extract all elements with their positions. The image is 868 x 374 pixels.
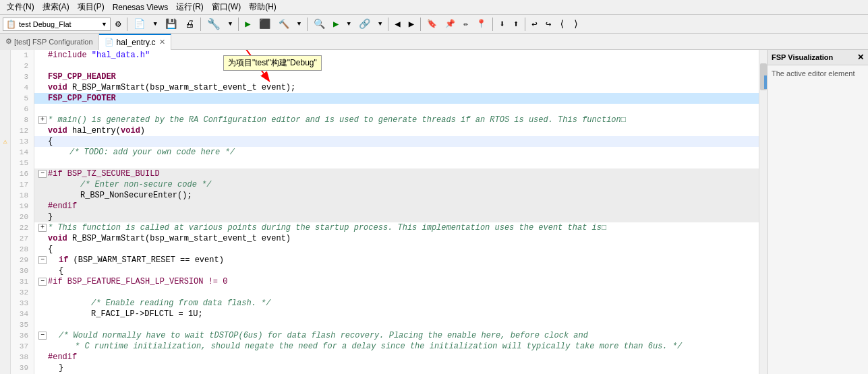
- build-icon[interactable]: 🔨: [275, 17, 293, 32]
- up-arrow-icon[interactable]: ⬆: [510, 16, 522, 32]
- line-num-37: 37: [11, 341, 31, 352]
- line-num-27: 27: [11, 233, 31, 244]
- menu-search[interactable]: 搜索(A): [38, 0, 74, 14]
- line-num-38: 38: [11, 352, 31, 363]
- hal-tab-label: hal_entry.c: [117, 38, 156, 47]
- print-icon[interactable]: 🖨: [181, 17, 198, 32]
- line-num-19: 19: [11, 201, 31, 212]
- tab-fsp-configuration[interactable]: ⚙ [test] FSP Configuration: [0, 34, 99, 50]
- pin-icon[interactable]: 📍: [473, 17, 490, 31]
- line-num-13: 13: [11, 136, 31, 147]
- bookmark-icon[interactable]: 🔖: [424, 17, 440, 31]
- code-line-2: [34, 61, 759, 71]
- left-margin: ⚠: [0, 50, 11, 374]
- code-line-22: + * This function is called at various p…: [34, 222, 759, 233]
- dropdown-debug-icon[interactable]: ▼: [225, 19, 235, 30]
- dropdown-run-icon[interactable]: ▼: [344, 19, 354, 30]
- menu-project[interactable]: 项目(P): [74, 0, 109, 14]
- line-num-18: 18: [11, 190, 31, 201]
- fold-icon-16[interactable]: −: [38, 170, 47, 178]
- debug-icon[interactable]: 🔧: [204, 15, 224, 33]
- save-icon[interactable]: 💾: [162, 16, 180, 32]
- margin-line-2: [0, 61, 10, 71]
- line-num-33: 33: [11, 298, 31, 309]
- code-text-38: #endif: [48, 352, 77, 363]
- project-icon: 📋: [6, 20, 16, 29]
- code-line-29: − if (BSP_WARM_START_RESET == event): [34, 255, 759, 266]
- margin-line-9: [0, 147, 10, 158]
- tab-hal-entry[interactable]: 📄 hal_entry.c ✕: [99, 34, 172, 50]
- fold-icon-8[interactable]: +: [38, 116, 47, 124]
- run-icon[interactable]: ▶: [241, 16, 254, 32]
- menu-help[interactable]: 帮助(H): [245, 0, 281, 14]
- dropdown-tools-icon[interactable]: ▼: [375, 19, 385, 30]
- code-text-34: R_FACI_LP->DFLCTL = 1U;: [48, 309, 203, 319]
- margin-warning-icon[interactable]: ⚠: [0, 136, 10, 147]
- forward-icon[interactable]: ▶: [405, 16, 417, 32]
- close-tab-icon[interactable]: ✕: [159, 38, 165, 46]
- search-toolbar-icon[interactable]: 🔍: [310, 16, 328, 32]
- new-file-icon[interactable]: 📄: [130, 16, 148, 32]
- main-layout: ⚠ 1 2 3 4 5 6 8 12 13 14 15 16 17 18 19 …: [0, 50, 868, 374]
- margin-line-10: [0, 158, 10, 168]
- line-num-2: 2: [11, 61, 31, 71]
- code-line-30: {: [34, 266, 759, 276]
- code-line-39: }: [34, 363, 759, 373]
- code-text-16: #if BSP_TZ_SECURE_BUILD: [48, 168, 160, 179]
- fold-icon-31[interactable]: −: [38, 278, 47, 286]
- code-line-36: − /* Would normally have to wait tDSTOP(…: [34, 330, 759, 341]
- down-arrow-icon[interactable]: ⬇: [496, 16, 508, 32]
- fold-icon-36[interactable]: −: [38, 332, 47, 340]
- line-num-31: 31: [11, 276, 31, 287]
- dropdown-new-icon[interactable]: ▼: [150, 19, 160, 30]
- code-text-36: /* Would normally have to wait tDSTOP(6u…: [48, 330, 588, 341]
- menu-run[interactable]: 运行(R): [172, 0, 208, 14]
- code-text-4: void R_BSP_WarmStart(bsp_warm_start_even…: [48, 82, 295, 93]
- tabbar: ⚙ [test] FSP Configuration 📄 hal_entry.c…: [0, 34, 868, 50]
- file-icon: 📄: [105, 38, 114, 46]
- code-text-14: /* TODO: add your own code here */: [48, 147, 235, 158]
- margin-line-8: [0, 125, 10, 136]
- pen-icon[interactable]: ✏️: [460, 17, 471, 31]
- separator-5: [388, 18, 388, 31]
- code-line-34: R_FACI_LP->DFLCTL = 1U;: [34, 309, 759, 319]
- code-text-5: FSP_CPP_FOOTER: [48, 93, 116, 104]
- prev-icon[interactable]: ⟨: [556, 16, 568, 32]
- code-line-13: {: [34, 136, 759, 147]
- back-icon[interactable]: ◀: [391, 16, 403, 32]
- external-tools-icon[interactable]: 🔗: [355, 16, 374, 32]
- stop-icon[interactable]: ⬛: [256, 16, 274, 32]
- margin-line-3: [0, 71, 10, 82]
- menu-file[interactable]: 文件(N): [3, 0, 38, 14]
- line-num-32: 32: [11, 287, 31, 298]
- project-name: test Debug_Flat: [19, 20, 98, 28]
- undo-icon[interactable]: ↩: [528, 16, 540, 32]
- close-panel-icon[interactable]: ✕: [857, 53, 864, 62]
- code-lines: #include "hal_data.h" FSP_CPP_HEADER voi…: [34, 50, 759, 374]
- code-text-22: * This function is called at various poi…: [48, 222, 606, 233]
- fsp-visualization-panel: FSP Visualization ✕ The active editor el…: [767, 50, 868, 374]
- separator-6: [420, 18, 421, 31]
- fold-icon-22[interactable]: +: [38, 224, 47, 232]
- line-num-35: 35: [11, 319, 31, 330]
- code-line-37: * C runtime initialization, should negat…: [34, 341, 759, 352]
- vertical-scrollbar[interactable]: [759, 50, 767, 374]
- next-icon[interactable]: ⟩: [570, 16, 582, 32]
- run2-icon[interactable]: ▶: [330, 16, 342, 32]
- code-content-area[interactable]: #include "hal_data.h" FSP_CPP_HEADER voi…: [34, 50, 759, 374]
- redo-icon[interactable]: ↪: [542, 16, 554, 32]
- code-line-38: #endif: [34, 352, 759, 363]
- margin-line-4: [0, 82, 10, 93]
- menu-renesas[interactable]: Renesas Views: [109, 1, 173, 13]
- dropdown-build-icon[interactable]: ▼: [294, 19, 304, 30]
- menu-window[interactable]: 窗口(W): [208, 0, 245, 14]
- gear-settings-icon[interactable]: ⚙: [112, 16, 124, 32]
- line-num-29: 29: [11, 255, 31, 266]
- margin-line-11: [0, 168, 10, 179]
- separator-2: [200, 18, 201, 31]
- nav-icon[interactable]: 📌: [442, 17, 459, 31]
- project-dropdown[interactable]: 📋 test Debug_Flat ▼: [3, 18, 111, 31]
- fold-icon-29[interactable]: −: [38, 256, 47, 264]
- line-num-34: 34: [11, 309, 31, 319]
- margin-line-7: [0, 115, 10, 125]
